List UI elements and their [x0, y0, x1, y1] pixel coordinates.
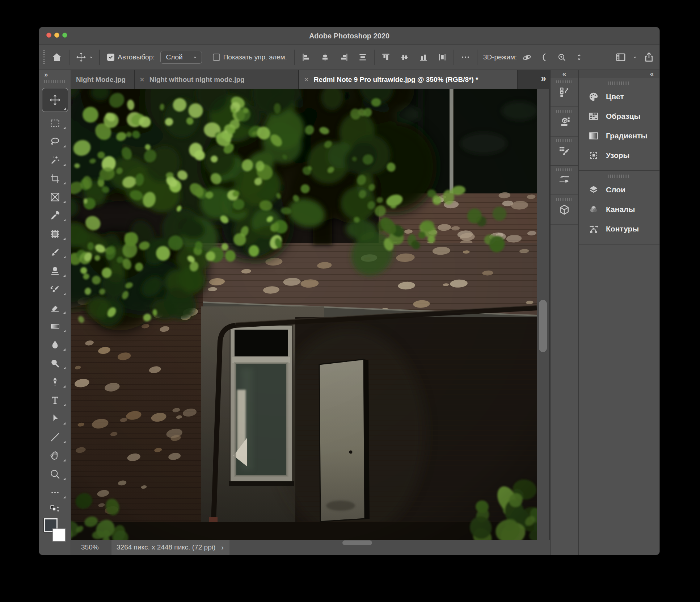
distribute-tools-group [436, 51, 448, 63]
tab-night-mode[interactable]: Night Mode.jpg [71, 70, 135, 89]
palette-icon [588, 91, 599, 102]
traffic-lights [46, 33, 67, 38]
zoom-tool[interactable] [39, 465, 71, 483]
path-selection-tool[interactable] [39, 409, 71, 428]
minimize-window-button[interactable] [54, 33, 59, 38]
healing-brush-tool[interactable] [39, 225, 71, 243]
collapse-panels-button[interactable]: « [551, 70, 578, 78]
pen-tool[interactable] [39, 372, 71, 391]
workspace-switcher-button[interactable] [614, 50, 628, 64]
panel-group-grip[interactable] [608, 175, 630, 178]
align-center-horizontal-button[interactable] [357, 51, 369, 63]
gradient-swatch-icon [588, 130, 599, 141]
dock-groups: ЦветОбразцыГрадиентыУзорыСлоиКаналыКонту… [579, 78, 659, 244]
align-vertical-centers-button[interactable] [399, 51, 411, 63]
align-left-edges-button[interactable] [300, 51, 312, 63]
panel-grip[interactable] [556, 80, 572, 83]
align-right-edges-button[interactable] [338, 51, 350, 63]
3d-dolly-button[interactable] [573, 51, 586, 64]
brushes-panel-button[interactable] [551, 166, 578, 195]
more-options-button[interactable] [459, 51, 472, 63]
background-color-swatch[interactable] [52, 528, 66, 542]
line-tool[interactable] [39, 428, 71, 446]
panel-grip[interactable] [556, 198, 572, 201]
panel-tab-palette[interactable]: Цвет [579, 87, 659, 106]
panel-tab-layers[interactable]: Слои [579, 180, 659, 200]
gradient-tool[interactable] [39, 317, 71, 335]
panel-tab-pattern[interactable]: Узоры [579, 146, 659, 165]
frame-tool[interactable] [39, 188, 71, 206]
eyedropper-tool[interactable] [39, 206, 71, 225]
home-icon [51, 52, 62, 63]
autoselect-checkbox[interactable]: Автовыбор: [107, 53, 155, 61]
vertical-scrollbar[interactable] [537, 89, 550, 540]
rectangular-marquee-tool[interactable] [39, 114, 71, 132]
blur-tool[interactable] [39, 335, 71, 354]
collapse-dock-button[interactable]: « [579, 70, 659, 78]
tool-flyout-indicator [63, 348, 66, 351]
close-window-button[interactable] [46, 33, 51, 38]
color-swap-icon[interactable] [50, 504, 60, 515]
show-controls-checkbox[interactable]: Показать упр. элем. [213, 53, 287, 61]
frame-icon [50, 192, 60, 202]
3d-materials-panel-button[interactable] [551, 107, 578, 137]
brush-tool[interactable] [39, 243, 71, 262]
panel-tab-swatches[interactable]: Образцы [579, 106, 659, 126]
magic-wand-tool[interactable] [39, 151, 71, 169]
3d-orbit-button[interactable] [520, 51, 534, 64]
align-tools-group-2 [380, 51, 430, 63]
panel-tab-channels[interactable]: Каналы [579, 200, 659, 219]
panel-grip[interactable] [556, 139, 572, 142]
align-center-horizontal-icon [358, 53, 367, 62]
panel-tab-gradient-swatch[interactable]: Градиенты [579, 126, 659, 146]
more-tools-button[interactable] [39, 483, 71, 502]
panel-grip[interactable] [556, 168, 572, 171]
document-info-button[interactable]: 3264 пикс. x 2448 пикс. (72 ppi) › [111, 540, 229, 555]
options-bar-grip[interactable] [43, 50, 45, 64]
tab-night-without-night-mode[interactable]: × Night without night mode.jpg [135, 70, 299, 89]
tools-expand-button[interactable]: » [39, 70, 71, 79]
dodge-tool[interactable] [39, 354, 71, 372]
window-titlebar[interactable]: Adobe Photoshop 2020 [39, 27, 659, 45]
align-top-edges-button[interactable] [380, 51, 392, 63]
3d-cube-panel-button[interactable] [551, 195, 578, 225]
chevron-down-icon[interactable] [632, 54, 638, 60]
history-brush-tool[interactable] [39, 280, 71, 298]
tab-redmi-note-9-pro-ultrawide[interactable]: × Redmi Note 9 Pro ultrawide.jpg @ 350% … [299, 70, 518, 89]
chevron-down-icon[interactable] [88, 54, 94, 60]
brush-settings-panel-button[interactable] [551, 137, 578, 166]
panel-grip[interactable] [556, 110, 572, 113]
3d-roll-button[interactable] [538, 51, 551, 64]
zoom-level-field[interactable]: 350% [81, 543, 111, 551]
history-snapshot-panel-button[interactable] [551, 78, 578, 107]
panel-tab-paths[interactable]: Контуры [579, 219, 659, 239]
tools-panel-grip[interactable] [44, 80, 66, 83]
share-button[interactable] [642, 50, 656, 64]
tab-overflow-button[interactable]: » [541, 73, 546, 84]
eraser-tool[interactable] [39, 298, 71, 317]
autoselect-target-dropdown[interactable]: Слой [160, 51, 202, 64]
tool-flyout-indicator [63, 312, 66, 314]
close-tab-icon[interactable]: × [304, 76, 309, 84]
clone-stamp-tool[interactable] [39, 262, 71, 280]
gradient-icon [50, 321, 60, 332]
hand-tool[interactable] [39, 446, 71, 465]
home-button[interactable] [50, 50, 64, 64]
divider [454, 50, 454, 65]
align-bottom-edges-button[interactable] [417, 51, 430, 63]
horizontal-scrollbar-thumb[interactable] [342, 540, 372, 545]
vertical-scrollbar-thumb[interactable] [539, 300, 547, 352]
default-swap-colors-button[interactable] [48, 502, 62, 516]
3d-zoom-button[interactable] [555, 51, 568, 64]
panel-group-grip[interactable] [608, 81, 630, 85]
lasso-tool[interactable] [39, 132, 71, 151]
move-tool[interactable] [39, 86, 71, 114]
align-horizontal-centers-button[interactable] [319, 51, 331, 63]
distribute-horizontal-button[interactable] [436, 51, 448, 63]
close-tab-icon[interactable]: × [140, 76, 144, 84]
type-tool[interactable] [39, 391, 71, 409]
fullscreen-window-button[interactable] [62, 33, 67, 38]
window-title: Adobe Photoshop 2020 [309, 32, 389, 40]
document-canvas[interactable] [71, 89, 537, 540]
crop-tool[interactable] [39, 169, 71, 188]
